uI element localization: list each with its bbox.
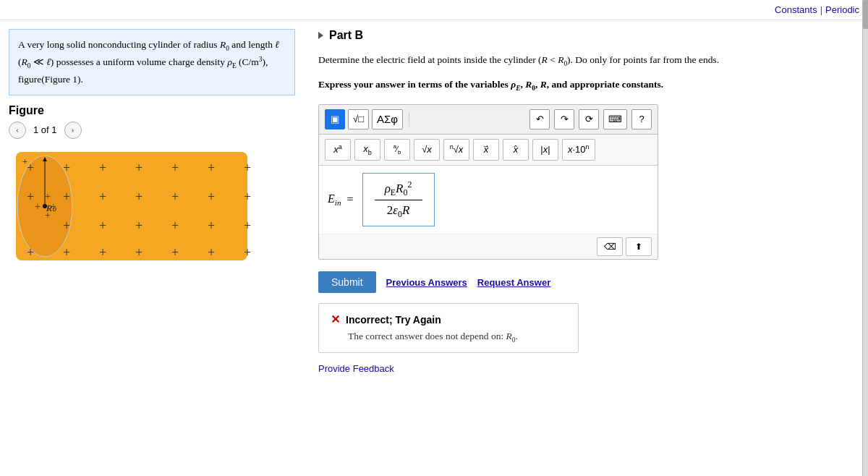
request-answer-link[interactable]: Request Answer: [477, 277, 550, 288]
matrix-button[interactable]: ▣: [325, 109, 345, 129]
figure-nav: ‹ 1 of 1 ›: [9, 122, 295, 139]
eq-toolbar: ▣ √□ AΣφ ↶ ↷: [319, 105, 658, 135]
figure-next-button[interactable]: ›: [64, 122, 82, 139]
submit-button[interactable]: Submit: [318, 271, 376, 293]
part-title: Part B: [329, 29, 363, 42]
vector-button[interactable]: x⃗: [473, 139, 499, 161]
svg-text:+: +: [45, 191, 51, 202]
abs-button[interactable]: |x|: [532, 139, 558, 161]
svg-text:+: +: [35, 201, 41, 212]
right-panel: Part B Determine the electric field at p…: [304, 20, 868, 475]
refresh-button[interactable]: ⟳: [579, 109, 599, 129]
svg-text:+: +: [99, 218, 106, 233]
svg-text:+: +: [135, 190, 142, 204]
svg-text:+: +: [171, 161, 179, 175]
svg-text:+: +: [244, 190, 251, 204]
feedback-box: ✕ Incorrect; Try Again The correct answe…: [318, 303, 579, 353]
svg-text:+: +: [63, 161, 70, 175]
svg-text:+: +: [99, 161, 106, 175]
figure-section: Figure ‹ 1 of 1 › +: [9, 104, 295, 466]
symbols-button[interactable]: AΣφ: [372, 109, 403, 129]
toolbar-right: ↶ ↷ ⟳ ⌨ ?: [529, 109, 652, 129]
problem-description: Determine the electric field at points i…: [318, 52, 854, 69]
eq-small-row: ⌫ ⬆: [319, 234, 658, 259]
svg-text:+: +: [244, 161, 251, 175]
figure-counter: 1 of 1: [33, 124, 57, 135]
cylinder-svg: + + + + + + + + + + + + + + +: [9, 145, 269, 268]
svg-text:+: +: [244, 245, 251, 260]
feedback-title: Incorrect; Try Again: [346, 314, 441, 326]
svg-text:+: +: [135, 245, 142, 260]
svg-text:+: +: [208, 245, 215, 260]
eq-equals: =: [346, 193, 353, 206]
redo-button[interactable]: ↷: [554, 109, 574, 129]
keyboard-small-button[interactable]: ⬆: [626, 237, 652, 256]
math-symbols-row: xa xb a⁄b √x n√x x⃗ x̂: [319, 135, 658, 166]
sqrt-button[interactable]: √□: [348, 109, 369, 129]
svg-text:+: +: [51, 201, 56, 212]
svg-text:+: +: [135, 161, 142, 175]
svg-text:+: +: [135, 218, 142, 233]
scroll-thumb: [863, 0, 868, 29]
left-panel: A very long solid nonconducting cylinder…: [0, 20, 304, 475]
svg-text:+: +: [208, 218, 215, 233]
fraction-button[interactable]: a⁄b: [384, 139, 410, 161]
eq-label: Ein: [328, 192, 341, 207]
svg-text:+: +: [171, 218, 179, 233]
svg-text:+: +: [99, 190, 106, 204]
svg-text:+: +: [22, 156, 28, 167]
nth-root-button[interactable]: n√x: [443, 139, 469, 161]
svg-text:+: +: [171, 190, 179, 204]
svg-text:+: +: [208, 190, 215, 204]
hat-button[interactable]: x̂: [503, 139, 529, 161]
periodic-link[interactable]: Periodic: [825, 4, 859, 15]
collapse-icon[interactable]: [318, 32, 323, 39]
submit-row: Submit Previous Answers Request Answer: [318, 271, 854, 293]
eq-fraction-box[interactable]: ρER02 2ε0R: [362, 173, 435, 226]
part-header: Part B: [318, 29, 854, 42]
svg-text:+: +: [27, 190, 34, 204]
eq-denominator: 2ε0R: [375, 202, 422, 220]
figure-label: Figure: [9, 104, 295, 117]
svg-text:+: +: [63, 245, 70, 260]
top-bar: Constants | Periodic: [0, 0, 868, 20]
separator: |: [820, 4, 822, 15]
provide-feedback-link[interactable]: Provide Feedback: [318, 363, 394, 374]
previous-answers-link[interactable]: Previous Answers: [386, 277, 467, 288]
toolbar-separator: [409, 112, 409, 127]
subscript-button[interactable]: xb: [354, 139, 380, 161]
svg-point-32: [43, 204, 47, 208]
eq-numerator: ρER02: [375, 179, 422, 200]
figure-prev-button[interactable]: ‹: [9, 122, 26, 139]
toolbar-group-left: ▣ √□ AΣφ: [325, 109, 403, 129]
svg-text:+: +: [99, 245, 106, 260]
error-icon: ✕: [331, 313, 340, 326]
keyboard-button[interactable]: ⌨: [603, 109, 627, 129]
svg-text:+: +: [171, 245, 179, 260]
undo-button[interactable]: ↶: [529, 109, 550, 129]
sqrt-symbol-button[interactable]: √x: [414, 139, 440, 161]
svg-text:+: +: [208, 161, 215, 175]
svg-text:+: +: [244, 218, 251, 233]
svg-text:+: +: [63, 190, 70, 204]
help-button[interactable]: ?: [631, 109, 652, 129]
superscript-button[interactable]: xa: [325, 139, 351, 161]
express-text: Express your answer in terms of the vari…: [318, 77, 854, 94]
feedback-text: The correct answer does not depend on: R…: [348, 331, 566, 344]
cylinder-figure: + + + + + + + + + + + + + + +: [9, 145, 269, 268]
svg-text:+: +: [45, 210, 51, 221]
backspace-button[interactable]: ⌫: [597, 237, 623, 256]
scroll-indicator: [862, 0, 868, 476]
equation-editor: ▣ √□ AΣφ ↶ ↷: [318, 104, 658, 260]
eq-input-area[interactable]: Ein = ρER02 2ε0R: [319, 166, 658, 234]
svg-text:+: +: [63, 218, 70, 233]
sci-notation-button[interactable]: x·10n: [562, 139, 595, 161]
problem-box: A very long solid nonconducting cylinder…: [9, 29, 295, 95]
feedback-header: ✕ Incorrect; Try Again: [331, 313, 566, 326]
problem-text: A very long solid nonconducting cylinder…: [18, 39, 279, 85]
main-layout: A very long solid nonconducting cylinder…: [0, 20, 868, 475]
constants-link[interactable]: Constants: [775, 4, 817, 15]
svg-text:+: +: [27, 245, 34, 260]
